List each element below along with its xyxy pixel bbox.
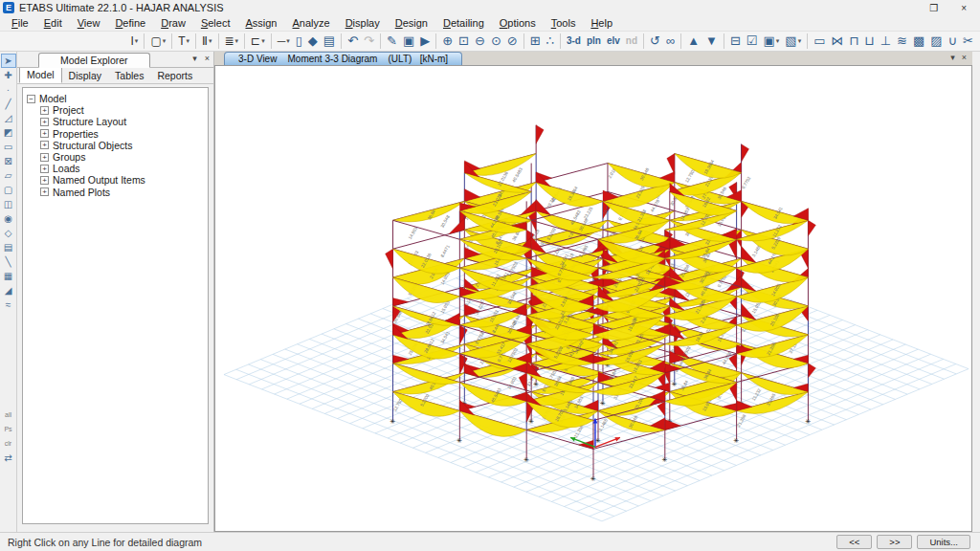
tool-clear-selection[interactable]: clr xyxy=(1,436,16,451)
tool-edit-grid[interactable]: ▦ xyxy=(1,269,16,283)
toolbar-assign-supports[interactable]: ⊥ xyxy=(878,32,894,51)
units-button[interactable]: Units... xyxy=(917,535,970,549)
tool-invert-selection[interactable]: ⇄ xyxy=(1,451,16,465)
menu-detailing[interactable]: Detailing xyxy=(435,17,492,29)
tool-quick-draw-floor[interactable]: ▱ xyxy=(1,168,16,183)
tool-quick-draw-frame[interactable]: ◿ xyxy=(1,111,16,125)
toolbar-assign-loads[interactable]: ≋ xyxy=(894,32,910,51)
toolbar-view-cube[interactable]: ▧▾ xyxy=(782,32,804,51)
tool-draw-ramp[interactable]: ▤ xyxy=(1,240,16,254)
toolbar-zoom-previous[interactable]: ⊙ xyxy=(488,32,504,51)
toolbar-open-model[interactable]: ◆ xyxy=(305,32,321,51)
explorer-tab-tables[interactable]: Tables xyxy=(108,69,150,83)
tool-draw-joint[interactable]: ∙ xyxy=(1,82,16,97)
model-explorer-title[interactable]: Model Explorer xyxy=(38,53,150,68)
toolbar-move-view-down[interactable]: ▼ xyxy=(702,32,721,51)
tree-item-properties[interactable]: +Properties xyxy=(27,128,204,140)
viewport-close[interactable]: × xyxy=(962,53,967,62)
menu-edit[interactable]: Edit xyxy=(36,17,70,29)
toolbar-draw-rect[interactable]: ▭ xyxy=(811,32,828,51)
tool-select-all[interactable]: all xyxy=(1,408,16,422)
toolbar-tendon-sections[interactable]: T▾ xyxy=(175,32,192,51)
menu-analyze[interactable]: Analyze xyxy=(285,17,338,29)
toolbar-object-view-options[interactable]: ▣▾ xyxy=(761,32,783,51)
tool-select-previous[interactable]: Ps xyxy=(1,422,16,436)
menu-display[interactable]: Display xyxy=(338,17,388,29)
tool-draw-link[interactable]: ╲ xyxy=(1,254,16,269)
tool-draw-wall[interactable]: ▢ xyxy=(1,183,16,197)
viewport-tab[interactable]: 3-D View Moment 3-3 Diagram (ULT) [kN-m] xyxy=(224,52,462,65)
tree-item-structure-layout[interactable]: +Structure Layout xyxy=(27,116,204,127)
menu-tools[interactable]: Tools xyxy=(544,17,584,29)
menu-select[interactable]: Select xyxy=(193,17,238,29)
toolbar-view-plan[interactable]: pln xyxy=(584,32,604,51)
toolbar-lock-model[interactable]: ▣ xyxy=(400,32,417,51)
tool-quick-draw-wall[interactable]: ◫ xyxy=(1,197,16,211)
toolbar-move-view-up[interactable]: ▲ xyxy=(684,32,702,51)
toolbar-rubber-band-zoom[interactable]: ⊞ xyxy=(527,32,544,51)
toolbar-edit-pencil[interactable]: ✎ xyxy=(384,32,400,51)
tool-draw-dimension[interactable]: ◢ xyxy=(1,283,16,298)
menu-options[interactable]: Options xyxy=(492,17,544,29)
menu-help[interactable]: Help xyxy=(583,17,620,29)
tool-quick-draw-secondary-beams[interactable]: ▭ xyxy=(1,140,16,154)
toolbar-measure-tool[interactable]: ✂ xyxy=(960,32,976,51)
toolbar-zoom-all[interactable]: ⊘ xyxy=(504,32,521,51)
explorer-tab-model[interactable]: Model xyxy=(19,67,62,83)
toolbar-zoom-in[interactable]: ⊕ xyxy=(439,32,456,51)
menu-design[interactable]: Design xyxy=(388,17,435,29)
tree-item-groups[interactable]: +Groups xyxy=(27,151,204,163)
tree-expander-icon[interactable]: + xyxy=(40,129,49,138)
viewport-collapse[interactable]: ▾ xyxy=(950,53,955,62)
toolbar-extrude-frame[interactable]: ⊓ xyxy=(846,32,861,51)
restore-button[interactable]: ❐ xyxy=(929,3,938,13)
tree-item-named-output-items[interactable]: +Named Output Items xyxy=(27,174,204,186)
toolbar-display-options[interactable]: ☑ xyxy=(744,32,761,51)
toolbar-mesh-options[interactable]: ▩ xyxy=(910,32,927,51)
explorer-tab-display[interactable]: Display xyxy=(62,69,108,83)
toolbar-merge-tool[interactable]: ∪ xyxy=(946,32,961,51)
close-button[interactable]: × xyxy=(961,3,967,13)
tree-expander-icon[interactable]: + xyxy=(40,141,49,149)
menu-assign[interactable]: Assign xyxy=(237,17,284,29)
viewport-canvas-svg[interactable]: ✳33.41740.54835.2209✳✳12.750330.548✳16.9… xyxy=(215,66,971,531)
menu-file[interactable]: File xyxy=(4,17,36,29)
explorer-tab-reports[interactable]: Reports xyxy=(150,69,199,83)
prev-page-button[interactable]: << xyxy=(836,535,872,549)
toolbar-pan[interactable]: ∴ xyxy=(544,32,557,51)
menu-define[interactable]: Define xyxy=(107,17,153,29)
toolbar-rotate-3d-view[interactable]: ↺ xyxy=(647,32,663,51)
toolbar-new-model[interactable]: ▯ xyxy=(293,32,305,51)
explorer-close[interactable]: × xyxy=(205,54,210,63)
tool-select-pointer[interactable]: ➤ xyxy=(1,54,16,68)
toolbar-slab-sections[interactable]: ≣▾ xyxy=(222,32,242,51)
toolbar-shrink-objects[interactable]: ⊟ xyxy=(727,32,744,51)
toolbar-view-3d[interactable]: 3-d xyxy=(564,32,584,51)
tree-item-loads[interactable]: +Loads xyxy=(27,163,204,174)
toolbar-extrude-shell[interactable]: ⊔ xyxy=(862,32,878,51)
tool-draw-door[interactable]: ◇ xyxy=(1,226,16,240)
toolbar-view-elevation[interactable]: elv xyxy=(604,32,623,51)
tree-item-structural-objects[interactable]: +Structural Objects xyxy=(27,140,204,151)
toolbar-perspective-toggle[interactable]: ∞ xyxy=(663,32,678,51)
toolbar-wall-sections[interactable]: ⊏▾ xyxy=(248,32,268,51)
tree-expander-icon[interactable]: + xyxy=(40,176,49,185)
tool-draw-reference-line[interactable]: ≈ xyxy=(1,298,16,312)
toolbar-zoom-out[interactable]: ⊖ xyxy=(472,32,488,51)
tree-item-model[interactable]: −Model xyxy=(27,93,204,104)
tool-draw-window[interactable]: ◉ xyxy=(1,211,16,226)
tree-expander-icon[interactable]: + xyxy=(40,165,49,173)
toolbar-undo[interactable]: ↶ xyxy=(345,32,361,51)
tree-expander-icon[interactable]: + xyxy=(40,187,49,196)
tree-expander-icon[interactable]: − xyxy=(27,95,35,103)
tool-draw-frame[interactable]: ╱ xyxy=(1,97,16,111)
toolbar-save-model[interactable]: ▤ xyxy=(321,32,338,51)
toolbar-zoom-window[interactable]: ⊡ xyxy=(456,32,472,51)
toolbar-area-sections[interactable]: ▢▾ xyxy=(147,32,168,51)
toolbar-run-analysis[interactable]: ▶ xyxy=(417,32,433,51)
toolbar-line-sections[interactable]: ─▾ xyxy=(275,32,293,51)
tool-reshape-object[interactable]: ✚ xyxy=(1,68,16,82)
tree-expander-icon[interactable]: + xyxy=(40,106,49,115)
menu-view[interactable]: View xyxy=(70,17,108,29)
tree-expander-icon[interactable]: + xyxy=(40,153,49,162)
